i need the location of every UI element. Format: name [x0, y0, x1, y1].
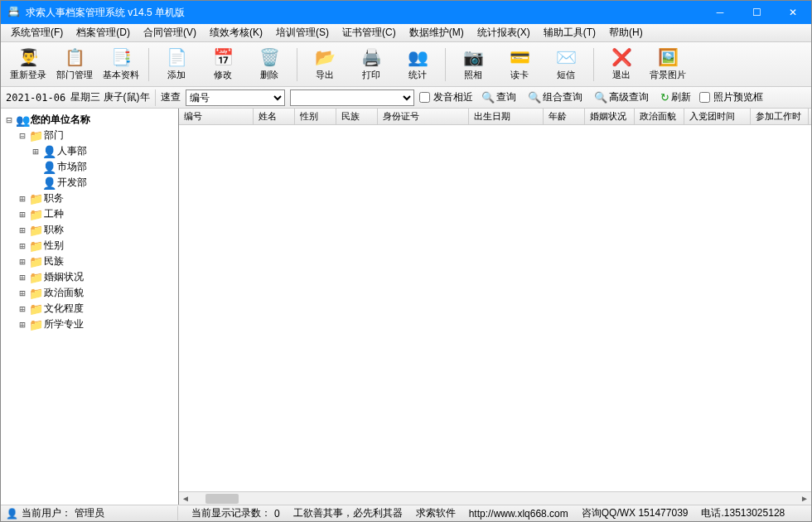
menubar: 系统管理(F)档案管理(D)合同管理(V)绩效考核(K)培训管理(S)证书管理(… — [1, 24, 811, 42]
column-header[interactable]: 参加工作时 — [751, 109, 809, 124]
expand-icon[interactable]: ⊞ — [17, 272, 27, 283]
menu-item[interactable]: 证书管理(C) — [336, 24, 403, 41]
menu-item[interactable]: 合同管理(V) — [137, 24, 203, 41]
node-icon: 📁 — [29, 224, 42, 237]
menu-item[interactable]: 数据维护(M) — [403, 24, 471, 41]
column-header[interactable]: 性别 — [295, 109, 336, 124]
node-label: 所学专业 — [44, 317, 84, 331]
tree-node[interactable]: ⊞📁所学专业 — [4, 317, 175, 332]
weekday-display: 星期三 庚子(鼠)年 — [70, 90, 149, 104]
node-icon: 📁 — [29, 318, 42, 331]
expand-icon[interactable]: ⊞ — [17, 256, 27, 268]
minimize-button[interactable]: ─ — [702, 1, 738, 24]
node-icon: 📁 — [29, 255, 42, 268]
tree-node[interactable]: ⊞📁婚姻状况 — [4, 269, 175, 285]
column-header[interactable]: 出生日期 — [469, 109, 544, 124]
column-header[interactable]: 身份证号 — [378, 109, 469, 124]
toolbar-icon: ❌ — [611, 47, 631, 67]
scroll-right-icon[interactable]: ► — [798, 493, 811, 505]
toolbar-button[interactable]: 📅修改 — [201, 45, 245, 85]
menu-item[interactable]: 统计报表(X) — [471, 24, 537, 41]
column-header[interactable]: 政治面貌 — [635, 109, 684, 124]
toolbar-icon: 👥 — [408, 47, 428, 67]
app-icon: 📇 — [7, 6, 21, 19]
menu-item[interactable]: 系统管理(F) — [4, 24, 70, 41]
grid-body[interactable] — [179, 125, 811, 491]
toolbar: 👨‍🎓重新登录📋部门管理📑基本资料📄添加📅修改🗑️删除📂导出🖨️打印👥统计📷照相… — [1, 42, 811, 87]
tree-node[interactable]: ⊞📁性别 — [4, 238, 175, 254]
tree-node[interactable]: ⊞📁政治面貌 — [4, 285, 175, 301]
expand-icon[interactable]: ⊞ — [17, 303, 27, 315]
tree-node[interactable]: ⊟👥您的单位名称 — [4, 112, 175, 128]
menu-item[interactable]: 辅助工具(T) — [537, 24, 602, 41]
expand-icon[interactable]: ⊞ — [31, 146, 41, 157]
tree-node[interactable]: ⊞📁文化程度 — [4, 301, 175, 317]
toolbar-button[interactable]: 📄添加 — [154, 45, 199, 85]
expand-icon[interactable]: ⊞ — [17, 319, 27, 331]
toolbar-button[interactable]: 👥统计 — [395, 45, 440, 85]
user-name: 管理员 — [75, 506, 104, 520]
toolbar-button[interactable]: 👨‍🎓重新登录 — [6, 45, 51, 85]
column-header[interactable]: 年龄 — [544, 109, 585, 124]
refresh-button[interactable]: ↻刷新 — [657, 89, 694, 106]
toolbar-button[interactable]: 🖨️打印 — [349, 45, 394, 85]
tree-node[interactable]: ⊟📁部门 — [4, 128, 175, 143]
toolbar-button[interactable]: 📑基本资料 — [99, 45, 143, 85]
scroll-left-icon[interactable]: ◄ — [179, 493, 192, 505]
similar-sound-checkbox[interactable]: 发音相近 — [419, 90, 473, 104]
toolbar-button[interactable]: 🗑️删除 — [247, 45, 292, 85]
toolbar-button[interactable]: 📂导出 — [302, 45, 347, 85]
menu-item[interactable]: 档案管理(D) — [70, 24, 137, 41]
scroll-thumb[interactable] — [205, 494, 239, 504]
toolbar-button[interactable]: 📷照相 — [451, 45, 495, 85]
toolbar-label: 统计 — [408, 69, 427, 81]
tree-node[interactable]: ⊞📁民族 — [4, 254, 175, 269]
toolbar-icon: 📋 — [65, 47, 85, 67]
column-header[interactable]: 入党团时间 — [684, 109, 751, 124]
search-value-select[interactable] — [290, 89, 414, 106]
toolbar-button[interactable]: 💳读卡 — [497, 45, 542, 85]
tree-node[interactable]: ⊞📁职称 — [4, 222, 175, 238]
search-button[interactable]: 🔍查询 — [478, 89, 520, 106]
column-header[interactable]: 编号 — [179, 109, 254, 124]
toolbar-label: 部门管理 — [56, 69, 93, 81]
toolbar-button[interactable]: ✉️短信 — [544, 45, 588, 85]
tree-node[interactable]: ⊞👤人事部 — [4, 143, 175, 159]
toolbar-button[interactable]: ❌退出 — [599, 45, 644, 85]
node-label: 您的单位名称 — [31, 113, 90, 127]
column-header[interactable]: 婚姻状况 — [585, 109, 635, 124]
search-icon: 🔍 — [528, 91, 541, 104]
search-field-select[interactable]: 编号 — [186, 89, 285, 106]
expand-icon[interactable]: ⊞ — [17, 288, 27, 299]
node-icon: 👥 — [16, 114, 29, 127]
tree-node[interactable]: ⊞📁职务 — [4, 191, 175, 206]
maximize-button[interactable]: ☐ — [738, 1, 775, 24]
menu-item[interactable]: 帮助(H) — [602, 24, 650, 41]
tree-node[interactable]: 👤市场部 — [4, 159, 175, 175]
toolbar-button[interactable]: 🖼️背景图片 — [645, 45, 690, 85]
column-header[interactable]: 姓名 — [254, 109, 295, 124]
expand-icon[interactable]: ⊟ — [17, 130, 27, 142]
combined-search-button[interactable]: 🔍组合查询 — [524, 89, 586, 106]
toolbar-label: 修改 — [214, 69, 232, 81]
expand-icon[interactable]: ⊟ — [4, 114, 14, 126]
close-button[interactable]: ✕ — [775, 1, 811, 24]
expand-icon[interactable]: ⊞ — [17, 225, 27, 236]
toolbar-separator — [445, 48, 446, 81]
expand-icon[interactable]: ⊞ — [17, 209, 27, 220]
menu-item[interactable]: 绩效考核(K) — [203, 24, 269, 41]
node-label: 民族 — [44, 254, 64, 268]
expand-icon[interactable]: ⊞ — [17, 240, 27, 252]
toolbar-icon: 💳 — [510, 47, 529, 67]
tree-node[interactable]: 👤开发部 — [4, 175, 175, 191]
toolbar-button[interactable]: 📋部门管理 — [52, 45, 97, 85]
column-header[interactable]: 民族 — [336, 109, 378, 124]
url: http://www.xlq668.com — [469, 508, 568, 520]
menu-item[interactable]: 培训管理(S) — [269, 24, 336, 41]
advanced-search-button[interactable]: 🔍高级查询 — [591, 89, 652, 106]
tree-node[interactable]: ⊞📁工种 — [4, 206, 175, 222]
expand-icon[interactable]: ⊞ — [17, 193, 27, 205]
horizontal-scrollbar[interactable]: ◄ ► — [179, 491, 811, 505]
records-count: 0 — [274, 508, 280, 520]
photo-preview-checkbox[interactable]: 照片预览框 — [699, 90, 763, 104]
